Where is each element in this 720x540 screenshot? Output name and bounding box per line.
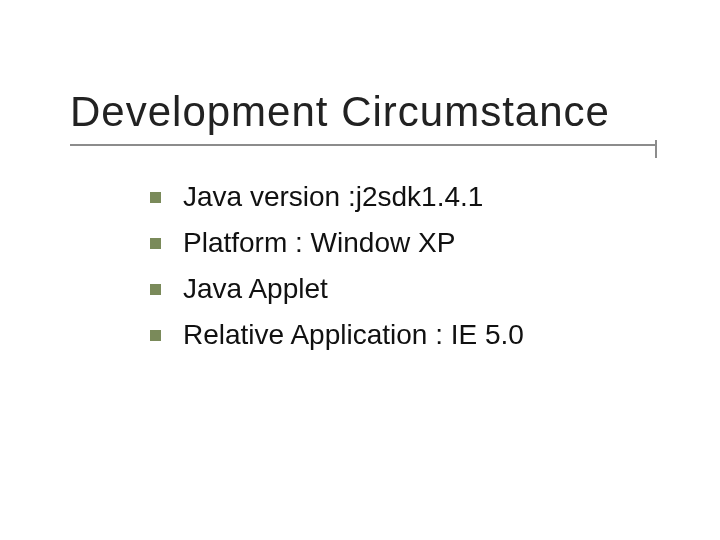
list-item-text: Java Applet [183,270,328,308]
slide: Development Circumstance Java version :j… [0,0,720,540]
list-item: Java Applet [150,270,524,308]
list-item: Java version :j2sdk1.4.1 [150,178,524,216]
list-item: Relative Application : IE 5.0 [150,316,524,354]
title-block: Development Circumstance [70,88,610,136]
bullet-list: Java version :j2sdk1.4.1 Platform : Wind… [150,178,524,362]
list-item-text: Java version :j2sdk1.4.1 [183,178,483,216]
square-bullet-icon [150,330,161,341]
slide-title: Development Circumstance [70,88,610,136]
square-bullet-icon [150,284,161,295]
list-item-text: Platform : Window XP [183,224,455,262]
list-item-text: Relative Application : IE 5.0 [183,316,524,354]
list-item: Platform : Window XP [150,224,524,262]
title-underline-tick [655,140,657,158]
title-underline [70,144,655,146]
square-bullet-icon [150,238,161,249]
square-bullet-icon [150,192,161,203]
